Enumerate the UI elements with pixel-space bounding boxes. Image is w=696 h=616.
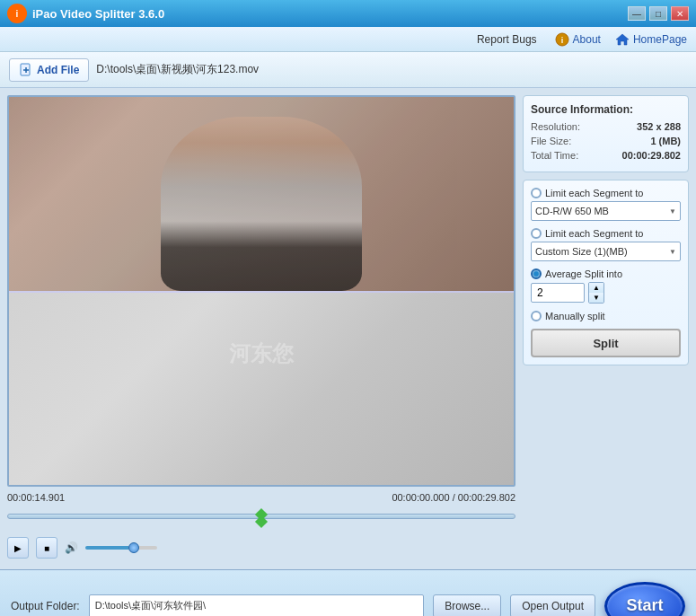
homepage-link[interactable]: HomePage bbox=[615, 32, 687, 47]
browse-label: Browse... bbox=[445, 600, 489, 612]
total-time: 00:00:00.000 / 00:00:29.802 bbox=[392, 492, 515, 503]
resolution-label: Resolution: bbox=[531, 121, 580, 132]
timeline-marker-2[interactable] bbox=[257, 517, 266, 526]
app-logo: i bbox=[7, 4, 27, 23]
video-frame-top bbox=[9, 97, 514, 291]
manually-split-radio[interactable] bbox=[531, 311, 542, 321]
toolbar: Add File D:\tools\桌面\新视频\河东123.mov bbox=[0, 52, 696, 88]
average-split-label: Average Split into bbox=[545, 268, 622, 279]
average-split-input[interactable] bbox=[531, 283, 585, 303]
top-bar: Report Bugs i About HomePage bbox=[0, 27, 696, 52]
spinner-down[interactable]: ▼ bbox=[589, 293, 603, 303]
output-path-input[interactable] bbox=[89, 594, 425, 617]
limit-segment-2-value: Custom Size (1)(MB) bbox=[535, 246, 628, 257]
dropdown-arrow-2: ▼ bbox=[669, 248, 676, 256]
limit-segment-1-radio[interactable] bbox=[531, 188, 542, 198]
average-split-radio-label[interactable]: Average Split into bbox=[531, 268, 681, 279]
about-icon: i bbox=[555, 32, 569, 47]
limit-segment-1-dropdown-row: CD-R/W 650 MB ▼ bbox=[531, 201, 681, 221]
resolution-row: Resolution: 352 x 288 bbox=[531, 121, 681, 132]
main-area: 河东您 00:00:14.901 00:00:00.000 / 00:00:29… bbox=[0, 88, 696, 569]
limit-segment-2-option: Limit each Segment to Custom Size (1)(MB… bbox=[531, 228, 681, 261]
add-file-label: Add File bbox=[37, 64, 79, 76]
play-icon: ▶ bbox=[14, 543, 22, 553]
play-button[interactable]: ▶ bbox=[7, 537, 29, 559]
toolbar-left: Add File D:\tools\桌面\新视频\河东123.mov bbox=[9, 58, 687, 82]
home-icon bbox=[615, 32, 630, 47]
limit-segment-2-radio[interactable] bbox=[531, 228, 542, 239]
volume-slider[interactable] bbox=[85, 546, 157, 550]
resolution-value: 352 x 288 bbox=[637, 121, 681, 132]
video-split-line bbox=[9, 291, 514, 293]
minimize-button[interactable]: — bbox=[628, 6, 646, 21]
open-output-label: Open Output bbox=[522, 600, 584, 612]
video-frame-bottom bbox=[9, 291, 514, 485]
video-section: 河东您 00:00:14.901 00:00:00.000 / 00:00:29… bbox=[7, 95, 515, 562]
totaltime-label: Total Time: bbox=[531, 150, 578, 161]
playback-controls: ▶ ■ 🔊 bbox=[7, 533, 515, 562]
stop-button[interactable]: ■ bbox=[36, 537, 57, 559]
close-button[interactable]: ✕ bbox=[671, 6, 689, 21]
current-time: 00:00:14.901 bbox=[7, 492, 65, 503]
stop-icon: ■ bbox=[44, 543, 49, 553]
output-folder-label: Output Folder: bbox=[11, 600, 80, 612]
filesize-value: 1 (MB) bbox=[650, 136, 681, 146]
manually-split-label: Manually split bbox=[545, 311, 605, 321]
maximize-button[interactable]: □ bbox=[649, 6, 667, 21]
limit-segment-2-radio-label[interactable]: Limit each Segment to bbox=[531, 228, 681, 239]
manually-split-radio-label[interactable]: Manually split bbox=[531, 311, 681, 321]
start-button[interactable]: Start bbox=[604, 582, 685, 617]
volume-icon: 🔊 bbox=[65, 541, 78, 554]
split-button[interactable]: Split bbox=[531, 329, 681, 357]
svg-text:i: i bbox=[560, 36, 563, 45]
limit-segment-2-dropdown[interactable]: Custom Size (1)(MB) ▼ bbox=[531, 242, 681, 261]
source-info-title: Source Information: bbox=[531, 103, 681, 116]
average-split-spinner: ▲ ▼ bbox=[588, 282, 604, 304]
video-container[interactable]: 河东您 bbox=[7, 95, 515, 487]
spinner-up[interactable]: ▲ bbox=[589, 283, 603, 293]
about-link[interactable]: i About bbox=[555, 32, 601, 47]
browse-button[interactable]: Browse... bbox=[433, 594, 501, 617]
limit-segment-2-dropdown-row: Custom Size (1)(MB) ▼ bbox=[531, 242, 681, 261]
totaltime-value: 00:00:29.802 bbox=[622, 150, 681, 161]
average-split-input-row: ▲ ▼ bbox=[531, 282, 681, 304]
title-left: i iPao Video Splitter 3.6.0 bbox=[7, 4, 164, 23]
open-output-button[interactable]: Open Output bbox=[510, 594, 595, 617]
about-label: About bbox=[573, 33, 601, 46]
average-split-option: Average Split into ▲ ▼ bbox=[531, 268, 681, 304]
right-panel: Source Information: Resolution: 352 x 28… bbox=[523, 95, 689, 562]
limit-segment-1-dropdown[interactable]: CD-R/W 650 MB ▼ bbox=[531, 201, 681, 221]
report-bugs-link[interactable]: Report Bugs bbox=[477, 33, 537, 46]
homepage-label: HomePage bbox=[633, 33, 687, 46]
video-watermark: 河东您 bbox=[229, 339, 294, 368]
title-text: iPao Video Splitter 3.6.0 bbox=[32, 7, 164, 21]
split-label: Split bbox=[593, 337, 618, 350]
limit-segment-1-label: Limit each Segment to bbox=[545, 188, 643, 198]
manually-split-option: Manually split bbox=[531, 311, 681, 321]
totaltime-row: Total Time: 00:00:29.802 bbox=[531, 150, 681, 161]
volume-thumb[interactable] bbox=[128, 542, 139, 553]
source-info-panel: Source Information: Resolution: 352 x 28… bbox=[523, 95, 689, 172]
start-label: Start bbox=[626, 596, 663, 615]
video-person bbox=[161, 117, 363, 291]
title-controls: — □ ✕ bbox=[628, 6, 689, 21]
add-file-icon bbox=[19, 63, 33, 77]
filesize-label: File Size: bbox=[531, 136, 571, 146]
limit-segment-1-radio-label[interactable]: Limit each Segment to bbox=[531, 188, 681, 198]
limit-segment-2-label: Limit each Segment to bbox=[545, 228, 643, 239]
options-panel: Limit each Segment to CD-R/W 650 MB ▼ Li… bbox=[523, 180, 689, 365]
filesize-row: File Size: 1 (MB) bbox=[531, 136, 681, 146]
file-path: D:\tools\桌面\新视频\河东123.mov bbox=[96, 62, 259, 77]
limit-segment-1-option: Limit each Segment to CD-R/W 650 MB ▼ bbox=[531, 188, 681, 221]
dropdown-arrow-1: ▼ bbox=[669, 207, 676, 216]
title-bar: i iPao Video Splitter 3.6.0 — □ ✕ bbox=[0, 0, 696, 27]
add-file-button[interactable]: Add File bbox=[9, 58, 89, 82]
bottom-bar: Output Folder: Browse... Open Output Sta… bbox=[0, 569, 696, 616]
timeline-container[interactable] bbox=[7, 510, 515, 528]
limit-segment-1-value: CD-R/W 650 MB bbox=[535, 206, 609, 216]
average-split-radio[interactable] bbox=[531, 268, 542, 279]
marker-diamond-2 bbox=[255, 515, 268, 528]
time-display: 00:00:14.901 00:00:00.000 / 00:00:29.802 bbox=[7, 490, 515, 505]
